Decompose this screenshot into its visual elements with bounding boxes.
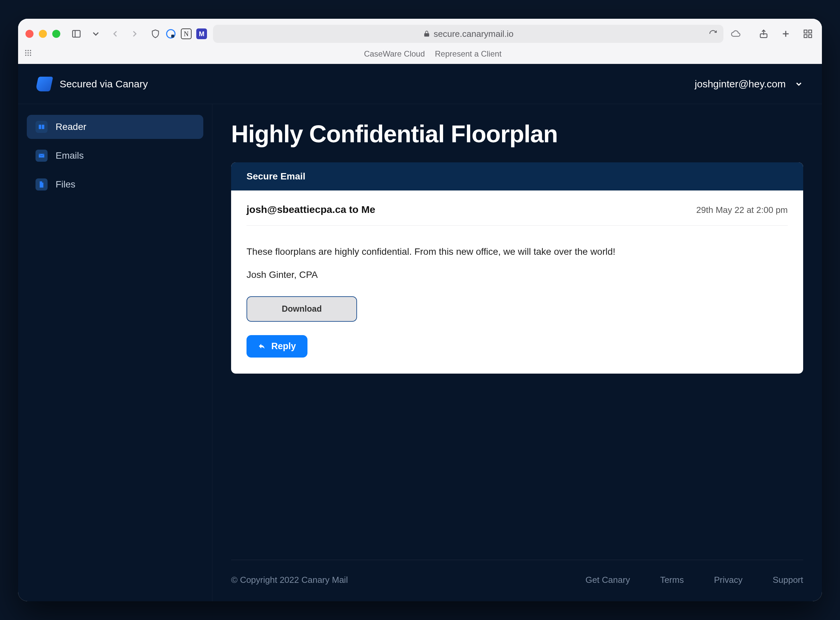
svg-point-15 [27,52,29,54]
app-header: Secured via Canary joshginter@hey.com [18,64,822,104]
footer-link-support[interactable]: Support [773,575,803,585]
browser-window: N M secure.canarymail.io [18,19,822,601]
svg-point-16 [30,52,31,54]
svg-point-12 [27,50,29,51]
sidebar-item-label: Files [56,179,75,190]
footer-row: © Copyright 2022 Canary Mail Get Canary … [231,575,803,585]
favicon-bar: N M [150,29,207,39]
svg-point-13 [30,50,31,51]
new-tab-button[interactable] [779,27,792,41]
sidebar: Reader Emails Files [18,104,212,601]
main-content: Highly Confidential Floorplan Secure Ema… [212,104,822,601]
bookmark-item[interactable]: CaseWare Cloud [364,49,425,59]
url-bar[interactable]: secure.canarymail.io [213,25,724,43]
forward-button[interactable] [128,27,141,41]
brand-text: Secured via Canary [60,78,148,90]
window-minimize-button[interactable] [39,30,47,38]
from-line: josh@sbeattiecpa.ca to Me [246,204,375,215]
svg-point-18 [27,54,29,56]
refresh-icon[interactable] [709,29,718,38]
email-meta: josh@sbeattiecpa.ca to Me 29th May 22 at… [246,204,788,226]
svg-rect-3 [171,35,174,38]
bookmark-bar: CaseWare Cloud Represent a Client [18,49,822,63]
card-header: Secure Email [231,163,803,191]
brand: Secured via Canary [37,77,148,92]
email-icon [36,150,48,162]
email-card: Secure Email josh@sbeattiecpa.ca to Me 2… [231,163,803,373]
sidebar-item-label: Emails [56,150,84,161]
sidebar-toggle-button[interactable] [70,27,83,41]
card-body: josh@sbeattiecpa.ca to Me 29th May 22 at… [231,191,803,373]
file-icon [36,178,48,191]
window-close-button[interactable] [26,30,33,38]
app-body: Reader Emails Files Highly Confidential … [18,104,822,601]
sidebar-item-emails[interactable]: Emails [27,144,203,168]
svg-rect-8 [809,30,812,33]
apps-grid-icon[interactable] [24,49,32,59]
page-title: Highly Confidential Floorplan [231,120,803,147]
email-signature: Josh Ginter, CPA [246,269,788,280]
cloud-icon[interactable] [730,27,743,41]
sidebar-item-label: Reader [56,122,86,132]
download-button[interactable]: Download [246,296,357,322]
extension-icon-m[interactable]: M [196,29,207,39]
svg-rect-0 [73,30,80,37]
app-page: Secured via Canary joshginter@hey.com Re… [18,64,822,601]
back-button[interactable] [109,27,122,41]
traffic-lights [26,30,60,38]
right-toolbar [757,27,814,41]
svg-rect-7 [804,30,807,33]
lock-icon [423,30,430,38]
user-email: joshginter@hey.com [695,78,786,90]
svg-point-19 [30,54,31,56]
tab-dropdown-button[interactable] [89,27,103,41]
footer-links: Get Canary Terms Privacy Support [585,575,803,585]
svg-point-11 [25,50,26,51]
browser-toolbar: N M secure.canarymail.io [18,19,822,49]
copyright: © Copyright 2022 Canary Mail [231,575,348,585]
canary-logo-icon [35,77,53,92]
extension-icon-notion[interactable]: N [181,29,192,39]
window-maximize-button[interactable] [52,30,60,38]
svg-rect-9 [804,35,807,38]
reply-label: Reply [271,341,296,352]
browser-chrome: N M secure.canarymail.io [18,19,822,64]
footer-link-privacy[interactable]: Privacy [714,575,742,585]
share-button[interactable] [757,27,770,41]
reply-button[interactable]: Reply [246,335,308,358]
extension-icon-1[interactable] [166,29,176,39]
svg-point-14 [25,52,26,54]
footer-divider [231,560,803,560]
url-text: secure.canarymail.io [434,29,513,39]
tab-overview-button[interactable] [801,27,814,41]
privacy-shield-icon[interactable] [150,29,161,39]
reader-icon [36,121,48,133]
footer-link-get-canary[interactable]: Get Canary [585,575,630,585]
user-menu[interactable]: joshginter@hey.com [695,78,803,90]
chevron-down-icon [795,80,803,88]
email-body: These floorplans are highly confidential… [246,244,788,259]
bookmark-item[interactable]: Represent a Client [435,49,502,59]
svg-rect-10 [809,35,812,38]
svg-point-17 [25,54,26,56]
date-line: 29th May 22 at 2:00 pm [696,205,788,215]
footer-link-terms[interactable]: Terms [660,575,684,585]
sidebar-item-reader[interactable]: Reader [27,115,203,139]
sidebar-item-files[interactable]: Files [27,172,203,197]
reply-icon [258,342,266,350]
footer: © Copyright 2022 Canary Mail Get Canary … [231,544,803,585]
